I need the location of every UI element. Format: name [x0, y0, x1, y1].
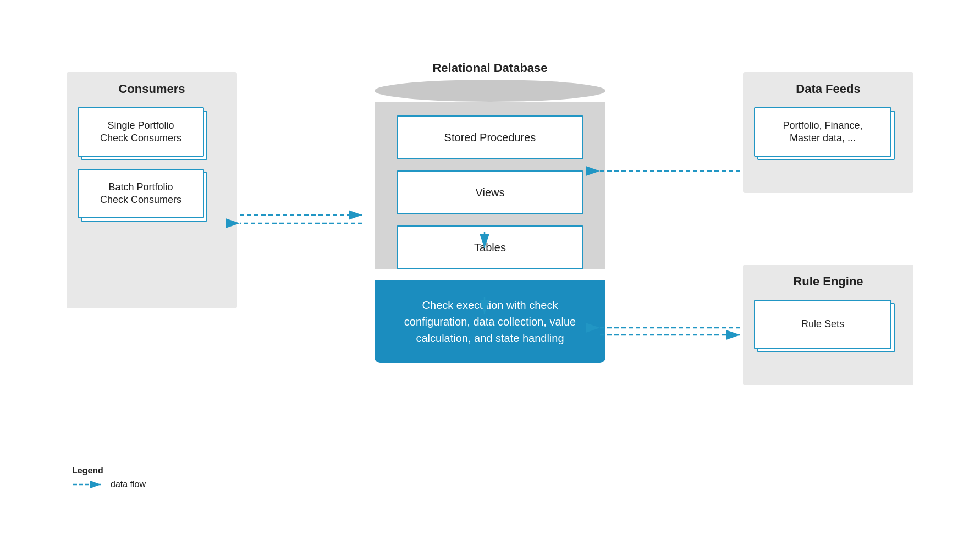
- datafeeds-panel: Data Feeds Portfolio, Finance,Master dat…: [743, 72, 913, 193]
- legend-title: Legend: [72, 466, 146, 476]
- legend-arrow-icon: [72, 479, 105, 490]
- rulesets-label: Rule Sets: [754, 300, 891, 349]
- consumers-title: Consumers: [78, 82, 226, 96]
- batch-portfolio-label: Batch PortfolioCheck Consumers: [78, 169, 204, 218]
- stored-procedures-box: Stored Procedures: [397, 115, 583, 159]
- tables-box: Tables: [397, 225, 583, 269]
- diagram-container: Consumers Single PortfolioCheck Consumer…: [50, 28, 930, 523]
- legend-row: data flow: [72, 479, 146, 490]
- datafeeds-box: Portfolio, Finance,Master data, ...: [754, 107, 902, 157]
- views-box: Views: [397, 170, 583, 214]
- rulesets-box: Rule Sets: [754, 300, 902, 349]
- ruleengine-panel: Rule Engine Rule Sets: [743, 265, 913, 385]
- consumers-panel: Consumers Single PortfolioCheck Consumer…: [67, 72, 237, 308]
- database-description: Check execution with check configuration…: [375, 280, 605, 363]
- database-container: Relational Database Stored Procedures Vi…: [375, 61, 605, 363]
- ruleengine-title: Rule Engine: [754, 274, 902, 289]
- database-title: Relational Database: [375, 61, 605, 75]
- batch-portfolio-box: Batch PortfolioCheck Consumers: [78, 169, 226, 218]
- cylinder-middle: Stored Procedures Views Tables: [375, 102, 605, 269]
- datafeeds-label: Portfolio, Finance,Master data, ...: [754, 107, 891, 157]
- legend: Legend data flow: [72, 466, 146, 490]
- legend-data-flow-label: data flow: [111, 480, 146, 489]
- single-portfolio-box: Single PortfolioCheck Consumers: [78, 107, 226, 157]
- cylinder-top: [375, 80, 605, 102]
- datafeeds-title: Data Feeds: [754, 82, 902, 96]
- single-portfolio-label: Single PortfolioCheck Consumers: [78, 107, 204, 157]
